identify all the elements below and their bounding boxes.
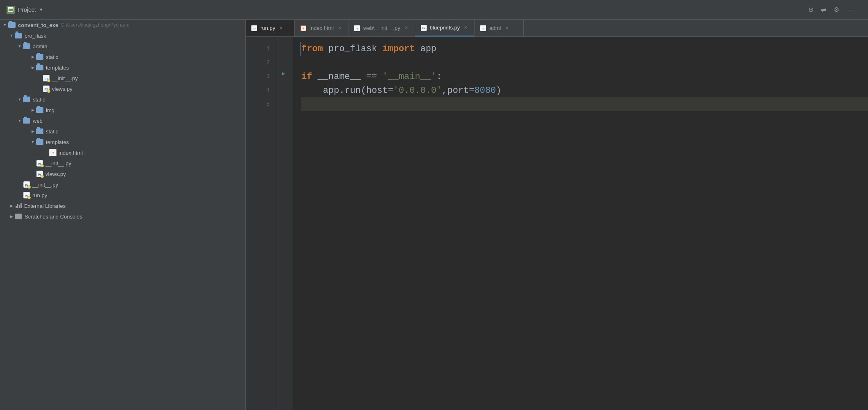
tree-item-index-html[interactable]: ▶ H index.html (0, 147, 245, 158)
web-folder-icon (23, 118, 30, 124)
tree-item-static-web[interactable]: ▶ static (0, 126, 245, 137)
tree-item-external-libs[interactable]: ▶ External Libraries (0, 200, 245, 211)
eq-host: = (388, 84, 393, 97)
tab-bar: py run.py ✕ H index.html ✕ py web\__init… (246, 20, 868, 37)
views-admin-label: views.py (52, 86, 72, 92)
minimize-icon[interactable]: — (847, 6, 853, 14)
tab-blueprints-py-label: blueprints.py (430, 25, 460, 31)
tree-item-init-web[interactable]: ▶ py __init__.py (0, 158, 245, 169)
colon: : (436, 70, 442, 83)
dot1: . (339, 84, 344, 97)
tree-item-init-admin[interactable]: ▶ py __init__.py (0, 73, 245, 83)
space-eq1 (361, 70, 366, 83)
tree-item-web[interactable]: ▼ web (0, 115, 245, 126)
tree-root[interactable]: ▼ convent_to_exe C:\Users\liuqingzheng\P… (0, 20, 245, 30)
main-area: ▼ convent_to_exe C:\Users\liuqingzheng\P… (0, 20, 868, 410)
code-line-1: from pro_flask import app (301, 42, 868, 56)
title-bar: Project ▼ ⊕ ⇌ ⚙ — (0, 0, 868, 20)
admin-folder-icon (23, 43, 30, 49)
tab-admi-icon: py (480, 25, 486, 31)
space-eq2 (377, 70, 382, 83)
run-button[interactable]: ▶ (282, 70, 285, 78)
tree-item-templates-web[interactable]: ▼ templates (0, 137, 245, 147)
admin-label: admin (33, 43, 47, 50)
static-web-label: static (46, 128, 58, 135)
init-root-label: __init__.py (32, 182, 58, 188)
left-border (300, 42, 301, 56)
tree-item-run-py[interactable]: ▶ py run.py (0, 190, 245, 200)
tab-admi-label: admi (489, 25, 501, 31)
root-folder-icon (8, 22, 16, 28)
indent (301, 84, 323, 97)
img-folder-icon (36, 107, 43, 113)
settings-icon[interactable]: ⚙ (834, 6, 839, 14)
project-label[interactable]: Project (18, 7, 36, 13)
tab-index-html-close[interactable]: ✕ (337, 25, 342, 31)
eq-op: == (366, 70, 377, 83)
ext-libs-label: External Libraries (24, 203, 66, 209)
sidebar: ▼ convent_to_exe C:\Users\liuqingzheng\P… (0, 20, 246, 410)
code-editor: 1 2 3 4 5 ▶ from pro_flask impor (246, 37, 868, 410)
globe-icon[interactable]: ⊕ (808, 6, 814, 14)
tab-blueprints-py[interactable]: py blueprints.py ✕ (415, 20, 475, 36)
project-dropdown-arrow[interactable]: ▼ (39, 7, 43, 12)
line-num-2: 2 (246, 56, 273, 70)
tree-item-init-root[interactable]: ▶ py __init__.py (0, 179, 245, 190)
tree-item-img[interactable]: ▶ img (0, 105, 245, 115)
tab-run-py[interactable]: py run.py ✕ (246, 20, 295, 36)
tree-item-views-admin[interactable]: ▶ py views.py (0, 83, 245, 94)
tree-item-admin[interactable]: ▼ admin (0, 41, 245, 52)
static-pro-folder-icon (23, 97, 30, 102)
kw-import: import (382, 42, 415, 56)
tree-item-templates-admin[interactable]: ▶ templates (0, 62, 245, 73)
code-content[interactable]: from pro_flask import app if __nam (293, 37, 868, 410)
tab-blueprints-py-close[interactable]: ✕ (463, 25, 468, 31)
comma1: , (442, 84, 447, 97)
code-line-4: app . run ( host = '0.0.0.0' , port = 80… (301, 83, 868, 97)
tab-index-html[interactable]: H index.html ✕ (295, 20, 348, 36)
templates-admin-folder-icon (36, 65, 43, 70)
open-paren: ( (361, 84, 366, 97)
scratches-label: Scratches and Consoles (25, 214, 82, 220)
pro-flask-label: pro_flask (25, 33, 46, 39)
templates-web-arrow: ▼ (29, 139, 36, 145)
tab-web-init-close[interactable]: ✕ (404, 25, 409, 31)
tree-item-static-pro[interactable]: ▼ static (0, 94, 245, 105)
scratches-arrow: ▶ (8, 213, 15, 220)
init-web-py-icon: py (36, 160, 43, 167)
admin-arrow: ▼ (16, 43, 23, 50)
index-html-label: index.html (59, 150, 83, 156)
tree-item-scratches[interactable]: ▶ Scratches and Consoles (0, 211, 245, 222)
tab-admi-close[interactable]: ✕ (504, 25, 510, 31)
templates-admin-arrow: ▶ (29, 64, 36, 71)
import-app: app (420, 42, 436, 56)
static-pro-arrow: ▼ (16, 96, 23, 103)
web-label: web (33, 118, 43, 124)
tree-item-static-admin[interactable]: ▶ static (0, 52, 245, 62)
ext-libs-arrow: ▶ (8, 203, 15, 209)
root-label: convent_to_exe (18, 22, 58, 28)
tree-item-pro-flask[interactable]: ▼ pro_flask (0, 30, 245, 41)
static-admin-label: static (46, 54, 58, 60)
tree-item-views-web[interactable]: ▶ py views.py (0, 169, 245, 179)
tab-index-html-label: index.html (310, 25, 334, 31)
dunder-name: __name__ (318, 70, 361, 83)
init-admin-py-icon: py (43, 74, 50, 82)
title-bar-icons: ⊕ ⇌ ⚙ — (808, 6, 853, 14)
project-icon (7, 6, 15, 14)
line-num-5: 5 (246, 97, 273, 111)
kw-from: from (301, 42, 323, 56)
space1 (323, 42, 328, 56)
img-arrow: ▶ (29, 107, 36, 113)
pro-flask-arrow: ▼ (8, 32, 15, 39)
tab-run-py-close[interactable]: ✕ (278, 25, 284, 31)
main-str: '__main__' (382, 70, 436, 83)
layout-icon[interactable]: ⇌ (821, 6, 826, 14)
tab-web-init[interactable]: py web\__init__.py ✕ (348, 20, 415, 36)
run-py-label: run.py (32, 192, 47, 198)
tab-admi[interactable]: py admi ✕ (475, 20, 524, 36)
root-path: C:\Users\liuqingzheng\Pycharm (61, 22, 129, 28)
code-line-3: if __name__ == '__main__' : (301, 70, 868, 83)
space-if (312, 70, 317, 83)
space2 (377, 42, 382, 56)
